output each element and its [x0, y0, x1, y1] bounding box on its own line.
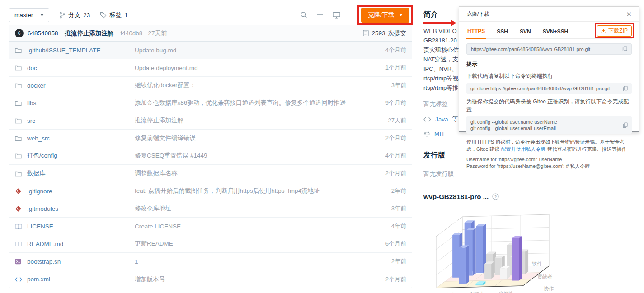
table-row[interactable]: LICENSECreate LICENSE4年前: [9, 218, 412, 235]
copy-icon[interactable]: [622, 46, 627, 52]
file-name-link[interactable]: .gitmodules: [27, 205, 135, 212]
file-commit-message-link[interactable]: Update bug.md: [135, 47, 365, 54]
tab-https[interactable]: HTTPS: [466, 25, 486, 39]
clone-download-button[interactable]: 克隆/下载: [361, 8, 409, 23]
file-commit-message-link[interactable]: 调整数据库名称: [135, 169, 365, 177]
git-icon: [15, 188, 27, 195]
file-commit-time: 2年前: [365, 187, 406, 195]
file-name-link[interactable]: pom.xml: [27, 276, 135, 283]
file-commit-message-link[interactable]: 修复前端文件编译错误: [135, 134, 365, 142]
clone-button-wrap: 克隆/下载: [361, 8, 409, 23]
svg-text:软件: 软件: [531, 261, 542, 266]
folder-icon: [15, 135, 27, 141]
file-commit-message-link[interactable]: Update deployment.md: [135, 65, 365, 71]
folder-icon: [15, 171, 27, 177]
repo-main: master 分支 23 标签 1 克隆/下载 6: [9, 7, 412, 288]
language-link[interactable]: Java: [435, 116, 448, 123]
copy-icon[interactable]: [623, 86, 628, 92]
file-name-link[interactable]: LICENSE: [27, 223, 135, 230]
tab-svn[interactable]: SVN: [519, 26, 532, 38]
tip-title: 提示: [466, 60, 632, 68]
table-row[interactable]: 数据库调整数据库名称2个月前: [9, 165, 412, 182]
close-icon[interactable]: ✕: [626, 11, 632, 18]
branches-link[interactable]: 分支 23: [59, 11, 90, 19]
git-config-codebox: git config --global user.name userName g…: [466, 116, 632, 134]
file-commit-time: 3年前: [365, 81, 406, 89]
file-commit-message-link[interactable]: feat: 点播开始后的截图任务，判断启用https后使用https_fmp4流…: [135, 187, 365, 195]
protocol-tabs: HTTPS SSH SVN SVN+SSH 下载ZIP: [466, 25, 632, 39]
download-zip-button[interactable]: 下载ZIP: [597, 25, 632, 37]
table-row[interactable]: 打包/config修复CSEQ重置错误 #14494个月前: [9, 147, 412, 165]
file-commit-time: 2个月前: [365, 275, 406, 284]
table-row[interactable]: libs添加金仓数据库x86驱动，优化兼容接口通道列表查询。修复多个通道同时推送…: [9, 94, 412, 112]
table-row[interactable]: web_src修复前端文件编译错误2个月前: [9, 130, 412, 147]
table-row[interactable]: pom.xml增加版本号2个月前: [9, 270, 412, 288]
folder-icon: [15, 118, 27, 124]
file-name-link[interactable]: .github/ISSUE_TEMPLATE: [27, 47, 135, 54]
table-row[interactable]: .github/ISSUE_TEMPLATEUpdate bug.md4个月前: [9, 42, 412, 59]
file-name-link[interactable]: doc: [27, 65, 135, 71]
metrics-title: wvp-GB28181-pro ...: [423, 193, 489, 200]
file-commit-message-link[interactable]: Create LICENSE: [135, 223, 365, 230]
license-balance-icon: [423, 130, 430, 137]
svg-text:创新力: 创新力: [470, 291, 484, 293]
file-commit-time: 6个月前: [365, 240, 406, 248]
chevron-down-icon: [399, 14, 403, 16]
file-name-link[interactable]: .gitignore: [27, 188, 135, 195]
file-name-link[interactable]: 打包/config: [27, 152, 135, 160]
file-commit-message-link[interactable]: 继续优化docker配置：: [135, 81, 365, 89]
branch-icon: [59, 12, 66, 19]
license-link[interactable]: MIT: [434, 130, 445, 137]
download-icon: [601, 28, 606, 33]
table-row[interactable]: .gitignorefeat: 点播开始后的截图任务，判断启用https后使用h…: [9, 182, 412, 200]
table-row[interactable]: .gitmodules修改仓库地址3年前: [9, 200, 412, 218]
svg-text:贡献者: 贡献者: [537, 274, 552, 280]
clone-url-field[interactable]: https://gitee.com/pan648540858/wvp-GB281…: [466, 43, 632, 55]
tags-link[interactable]: 标签 1: [100, 11, 128, 19]
tab-svn-ssh[interactable]: SVN+SSH: [542, 26, 569, 38]
branch-bar: master 分支 23 标签 1 克隆/下载: [9, 7, 412, 23]
copy-icon[interactable]: [623, 122, 628, 128]
tab-ssh[interactable]: SSH: [496, 26, 509, 38]
file-commit-message-link[interactable]: 修改仓库地址: [135, 205, 365, 213]
commit-author-link[interactable]: 648540858: [28, 30, 58, 37]
file-name-link[interactable]: README.md: [27, 241, 135, 247]
personal-token-link[interactable]: 配置并使用私人令牌: [501, 146, 545, 152]
file-commit-message-link[interactable]: 更新README: [135, 240, 365, 248]
folder-icon: [15, 83, 27, 88]
svg-text:?: ?: [494, 195, 497, 199]
table-row[interactable]: docUpdate deployment.md1个月前: [9, 59, 412, 77]
plus-icon[interactable]: [316, 11, 324, 19]
table-row[interactable]: docker继续优化docker配置：3年前: [9, 77, 412, 94]
file-name-link[interactable]: 数据库: [27, 169, 135, 177]
file-commit-message-link[interactable]: 推流停止添加注解: [135, 116, 365, 125]
commits-count-link[interactable]: 2593 次提交: [363, 29, 406, 37]
monitor-icon[interactable]: [333, 12, 340, 19]
table-row[interactable]: bootstrap.sh12年前: [9, 253, 412, 270]
file-name-link[interactable]: src: [27, 117, 135, 124]
metrics-title-row: wvp-GB28181-pro ... ?: [423, 193, 639, 200]
commit-message-link[interactable]: 推流停止添加注解: [65, 29, 114, 37]
search-icon[interactable]: [300, 11, 307, 19]
clone-download-label: 克隆/下载: [368, 11, 394, 19]
folder-icon: [15, 65, 27, 71]
file-commit-message-link[interactable]: 增加版本号: [135, 275, 365, 284]
folder-icon: [15, 153, 27, 159]
file-commit-message-link[interactable]: 1: [135, 258, 365, 265]
table-row[interactable]: src推流停止添加注解27天前: [9, 112, 412, 130]
commit-time: 27天前: [148, 29, 167, 37]
file-commit-message-link[interactable]: 添加金仓数据库x86驱动，优化兼容接口通道列表查询。修复多个通道同时推送: [135, 99, 365, 107]
file-name-link[interactable]: libs: [27, 100, 135, 107]
file-name-link[interactable]: docker: [27, 82, 135, 89]
file-commit-message-link[interactable]: 修复CSEQ重置错误 #1449: [135, 152, 365, 160]
file-commit-time: 4年前: [365, 222, 406, 230]
file-name-link[interactable]: web_src: [27, 135, 135, 142]
branch-selector[interactable]: master: [9, 8, 49, 22]
file-name-link[interactable]: bootstrap.sh: [27, 258, 135, 265]
username-line: Username for 'https://gitee.com': userNa…: [466, 156, 632, 163]
dialog-title: 克隆/下载: [466, 10, 489, 18]
help-icon[interactable]: ?: [492, 193, 499, 200]
avatar[interactable]: 6: [15, 29, 24, 37]
table-row[interactable]: README.md更新README6个月前: [9, 235, 412, 253]
svg-text:稳健性: 稳健性: [498, 291, 513, 293]
